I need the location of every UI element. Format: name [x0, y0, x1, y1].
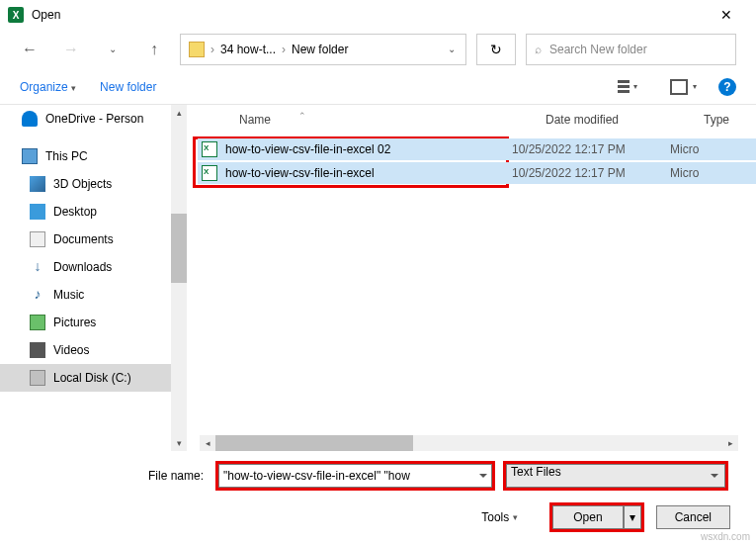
sort-asc-icon: ⌃ [298, 111, 306, 121]
sidebar-item-label: 3D Objects [53, 177, 112, 191]
sidebar-item-downloads[interactable]: ↓Downloads [0, 253, 187, 281]
filename-label: File name: [136, 469, 208, 483]
scroll-thumb[interactable] [171, 214, 187, 283]
file-type-filter[interactable]: Text Files [506, 464, 725, 488]
search-input[interactable]: ⌕ Search New folder [526, 34, 736, 65]
excel-file-icon [202, 165, 217, 181]
dialog-footer: File name: Text Files Tools ▾ Open ▾ Can… [0, 451, 756, 544]
sidebar-item-label: OneDrive - Person [45, 112, 143, 126]
tools-label: Tools [481, 510, 509, 524]
chevron-down-icon: ▾ [71, 83, 76, 93]
excel-app-icon: X [8, 7, 24, 23]
scroll-up-icon[interactable]: ▴ [171, 105, 187, 121]
filename-input[interactable] [218, 464, 492, 488]
cloud-icon [22, 111, 38, 127]
chevron-down-icon: ▾ [693, 82, 697, 91]
file-date: 10/25/2022 12:17 PM [512, 166, 670, 180]
back-button[interactable]: ← [14, 36, 45, 63]
file-row[interactable]: how-to-view-csv-file-in-excel 10/25/2022… [198, 162, 756, 184]
excel-file-icon [202, 141, 217, 157]
file-type: Micro [670, 142, 699, 156]
sidebar-item-label: Music [53, 288, 84, 302]
open-button[interactable]: Open [552, 505, 623, 529]
sidebar-item-desktop[interactable]: Desktop [0, 198, 187, 226]
sidebar-item-label: This PC [45, 149, 88, 163]
sidebar-item-onedrive[interactable]: OneDrive - Person [0, 105, 187, 133]
main-area: OneDrive - Person This PC 3D Objects Des… [0, 105, 756, 451]
horizontal-scrollbar[interactable]: ◂ ▸ [200, 435, 738, 451]
videos-icon [30, 342, 45, 358]
search-icon: ⌕ [535, 43, 542, 56]
address-bar[interactable]: › 34 how-t... › New folder ⌄ [180, 34, 466, 65]
toolbar: Organize ▾ New folder ▾ ▾ ? [0, 69, 756, 105]
recent-dropdown[interactable]: ⌄ [97, 36, 128, 63]
sidebar-item-label: Videos [53, 343, 89, 357]
column-headers: ⌃Name Date modified Type [200, 109, 738, 135]
close-button[interactable]: ✕ [704, 1, 748, 29]
sidebar-item-local-disk[interactable]: Local Disk (C:) [0, 364, 187, 392]
breadcrumb-segment[interactable]: 34 how-t... [216, 43, 280, 56]
search-placeholder: Search New folder [549, 43, 647, 56]
scroll-thumb[interactable] [215, 435, 413, 451]
sidebar-scrollbar[interactable]: ▴ ▾ [171, 105, 187, 451]
chevron-right-icon[interactable]: › [280, 43, 288, 56]
column-header-date[interactable]: Date modified [546, 113, 704, 127]
nav-sidebar: OneDrive - Person This PC 3D Objects Des… [0, 105, 188, 451]
chevron-down-icon: ▾ [633, 82, 637, 91]
refresh-button[interactable]: ↻ [476, 34, 516, 65]
new-folder-button[interactable]: New folder [100, 80, 156, 94]
organize-menu[interactable]: Organize ▾ [20, 80, 76, 94]
up-button[interactable]: ↑ [138, 36, 170, 63]
music-icon: ♪ [30, 287, 45, 303]
folder-icon [189, 42, 205, 57]
column-header-name[interactable]: ⌃Name [239, 113, 546, 127]
chevron-right-icon[interactable]: › [209, 43, 216, 56]
file-name: how-to-view-csv-file-in-excel [225, 166, 512, 180]
file-list-area: ⌃Name Date modified Type how-to-view-csv… [188, 105, 756, 451]
file-type: Micro [670, 166, 699, 180]
address-dropdown-icon[interactable]: ⌄ [442, 44, 462, 54]
navbar: ← → ⌄ ↑ › 34 how-t... › New folder ⌄ ↻ ⌕… [0, 30, 756, 69]
scroll-left-icon[interactable]: ◂ [200, 435, 215, 451]
scroll-down-icon[interactable]: ▾ [171, 435, 187, 451]
documents-icon [30, 231, 45, 247]
sidebar-item-3d-objects[interactable]: 3D Objects [0, 170, 187, 198]
file-row[interactable]: how-to-view-csv-file-in-excel 02 10/25/2… [198, 138, 756, 160]
window-title: Open [32, 8, 704, 22]
preview-pane-button[interactable]: ▾ [663, 75, 695, 99]
breadcrumb-segment[interactable]: New folder [288, 43, 352, 56]
pictures-icon [30, 315, 45, 330]
tools-menu[interactable]: Tools ▾ [481, 510, 518, 524]
organize-label: Organize [20, 80, 68, 94]
pc-icon [22, 148, 38, 164]
titlebar: X Open ✕ [0, 0, 756, 30]
open-dropdown-button[interactable]: ▾ [624, 505, 641, 529]
sidebar-item-label: Pictures [53, 316, 96, 329]
chevron-down-icon: ▾ [513, 512, 518, 522]
sidebar-item-label: Downloads [53, 260, 112, 274]
file-name: how-to-view-csv-file-in-excel 02 [225, 142, 512, 156]
sidebar-item-documents[interactable]: Documents [0, 226, 187, 253]
view-options-button[interactable]: ▾ [608, 75, 639, 99]
3d-objects-icon [30, 176, 45, 192]
watermark: wsxdn.com [701, 531, 750, 542]
help-button[interactable]: ? [718, 78, 736, 96]
disk-icon [30, 370, 45, 386]
sidebar-item-pictures[interactable]: Pictures [0, 309, 187, 336]
sidebar-item-music[interactable]: ♪Music [0, 281, 187, 309]
scroll-right-icon[interactable]: ▸ [722, 435, 738, 451]
sidebar-item-label: Local Disk (C:) [53, 371, 131, 385]
annotation-highlight: Text Files [503, 461, 728, 491]
cancel-button[interactable]: Cancel [656, 505, 730, 529]
sidebar-item-this-pc[interactable]: This PC [0, 142, 187, 170]
column-label: Name [239, 113, 271, 127]
annotation-highlight [215, 461, 495, 491]
downloads-icon: ↓ [30, 259, 45, 275]
forward-button[interactable]: → [55, 36, 87, 63]
column-header-type[interactable]: Type [704, 113, 738, 127]
sidebar-item-label: Documents [53, 232, 114, 246]
annotation-highlight: Open ▾ [549, 502, 643, 532]
sidebar-item-videos[interactable]: Videos [0, 336, 187, 364]
file-date: 10/25/2022 12:17 PM [512, 142, 670, 156]
filter-label: Text Files [511, 465, 561, 479]
